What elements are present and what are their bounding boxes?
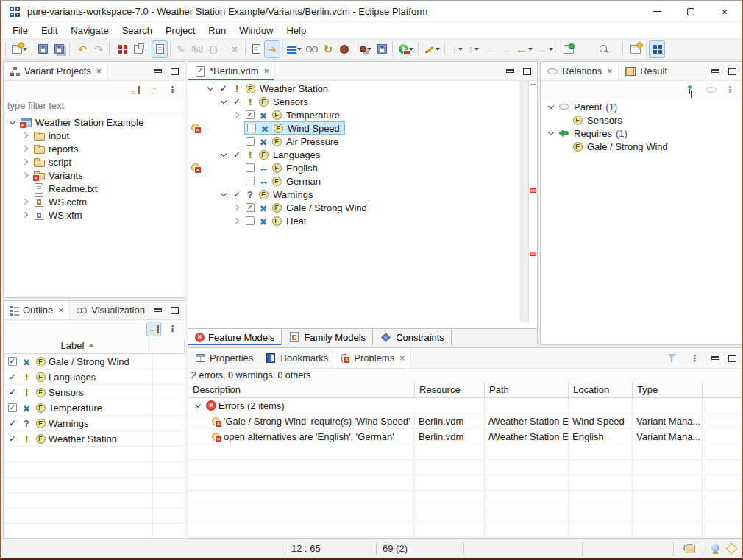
checkbox-unchecked-icon[interactable] bbox=[246, 177, 255, 185]
search-button[interactable] bbox=[596, 40, 612, 58]
feature-row[interactable]: German bbox=[188, 174, 537, 188]
run-button[interactable] bbox=[397, 40, 416, 58]
tree-item-folder[interactable]: script bbox=[4, 155, 185, 169]
feature-row[interactable]: English bbox=[188, 161, 537, 174]
edit-attributes-button[interactable]: f(a) bbox=[189, 40, 205, 58]
external-tools-button[interactable] bbox=[423, 40, 442, 58]
view-menu-icon[interactable] bbox=[688, 351, 703, 366]
expander-collapsed-icon[interactable] bbox=[231, 202, 243, 213]
edit-relations-button[interactable]: { } bbox=[205, 40, 221, 58]
edit-element-button[interactable]: ✎ bbox=[173, 40, 189, 58]
relation-filter-button[interactable] bbox=[704, 82, 719, 97]
column-description[interactable]: ⌃ Description bbox=[188, 382, 415, 398]
tree-item-folder[interactable]: input bbox=[4, 129, 185, 142]
column-header-empty[interactable] bbox=[152, 338, 185, 354]
maximize-view-icon[interactable] bbox=[171, 68, 179, 75]
chevron-down-icon[interactable] bbox=[435, 40, 441, 58]
open-perspective-button[interactable] bbox=[628, 40, 644, 58]
outline-row[interactable]: Sensors bbox=[4, 385, 185, 400]
next-edit-location-button[interactable]: → bbox=[498, 40, 514, 58]
chevron-down-icon[interactable] bbox=[458, 40, 463, 58]
expander-collapsed-icon[interactable] bbox=[20, 143, 32, 155]
visualization-button[interactable] bbox=[304, 40, 320, 58]
menu-window[interactable]: Window bbox=[232, 24, 280, 38]
sync-button[interactable] bbox=[146, 82, 161, 97]
outline-row[interactable]: Warnings bbox=[4, 416, 185, 431]
chevron-down-icon[interactable] bbox=[548, 40, 554, 58]
vertical-scrollbar[interactable] bbox=[519, 81, 528, 322]
heap-status[interactable]: 69 (2) bbox=[377, 543, 463, 554]
expander-collapsed-icon[interactable] bbox=[20, 130, 32, 141]
tab-family-models[interactable]: Family Models bbox=[282, 329, 373, 345]
relation-group-parent[interactable]: Parent (1) bbox=[541, 100, 742, 113]
feature-row[interactable]: Temperature bbox=[188, 108, 537, 121]
minimize-view-icon[interactable] bbox=[154, 308, 162, 312]
column-resource[interactable]: Resource bbox=[415, 382, 485, 398]
collapse-all-button[interactable] bbox=[127, 82, 142, 97]
view-menu-icon[interactable] bbox=[166, 322, 180, 336]
expander-collapsed-icon[interactable] bbox=[20, 169, 32, 181]
feature-row[interactable]: Sensors bbox=[188, 95, 537, 108]
tab-problems[interactable]: Problems × bbox=[334, 348, 411, 368]
expander-expanded-icon[interactable] bbox=[192, 400, 204, 411]
chevron-down-icon[interactable] bbox=[296, 40, 302, 58]
close-tab-icon[interactable]: × bbox=[96, 66, 102, 77]
delete-button[interactable]: × bbox=[227, 40, 243, 58]
menu-file[interactable]: File bbox=[6, 24, 35, 38]
expander-collapsed-icon[interactable] bbox=[231, 109, 243, 121]
menu-help[interactable]: Help bbox=[280, 24, 313, 38]
refresh-button[interactable]: ↻ bbox=[320, 40, 336, 58]
save-model-button[interactable] bbox=[374, 40, 390, 58]
tab-feature-models[interactable]: Feature Models bbox=[188, 329, 282, 345]
tree-item-file[interactable]: WS.ccfm bbox=[4, 195, 185, 208]
column-type[interactable]: Type bbox=[633, 382, 703, 398]
feature-row[interactable]: Warnings bbox=[188, 188, 537, 201]
transform-button[interactable]: ➔ bbox=[264, 40, 280, 58]
menu-edit[interactable]: Edit bbox=[35, 24, 64, 38]
feature-row[interactable]: Languages bbox=[188, 148, 537, 161]
column-path[interactable]: Path bbox=[485, 382, 569, 398]
menu-run[interactable]: Run bbox=[202, 24, 232, 38]
undo-button[interactable]: ↶ bbox=[74, 40, 90, 58]
tree-item-variants-folder[interactable]: Variants bbox=[4, 169, 185, 182]
lamp-status-icon[interactable] bbox=[711, 544, 720, 554]
outline-row[interactable]: Gale / Strong Wind bbox=[4, 354, 185, 369]
pure-variants-button[interactable] bbox=[114, 40, 130, 58]
filter-input[interactable] bbox=[4, 99, 185, 113]
problems-group-row[interactable]: Errors (2 items) bbox=[188, 398, 742, 414]
forward-button[interactable]: → bbox=[535, 40, 555, 58]
outline-row[interactable]: Weather Station bbox=[4, 431, 185, 447]
tab-outline[interactable]: Outline × bbox=[4, 301, 70, 319]
checkbox-checked-icon[interactable] bbox=[246, 110, 255, 119]
problem-row[interactable]: open alternatives are 'English', 'German… bbox=[188, 429, 742, 444]
diamond-status-icon[interactable] bbox=[726, 543, 738, 555]
checkbox-unchecked-icon[interactable] bbox=[246, 137, 255, 146]
import-button[interactable]: ↓ bbox=[449, 40, 466, 58]
expander-collapsed-icon[interactable] bbox=[20, 196, 32, 208]
link-with-editor-toggle[interactable] bbox=[146, 322, 161, 336]
tab-bookmarks[interactable]: Bookmarks bbox=[259, 348, 334, 368]
checkbox-checked-icon[interactable] bbox=[8, 357, 17, 366]
outline-row[interactable]: Temperature bbox=[4, 400, 185, 416]
checkbox-unchecked-icon[interactable] bbox=[246, 163, 255, 172]
error-marker-icon[interactable] bbox=[530, 252, 536, 256]
tree-item-folder[interactable]: reports bbox=[4, 142, 185, 155]
tab-properties[interactable]: Properties bbox=[188, 348, 259, 368]
evaluate-button[interactable] bbox=[336, 40, 352, 58]
tree-item-project[interactable]: Weather Station Example bbox=[4, 116, 185, 129]
tab-relations[interactable]: Relations × bbox=[541, 62, 619, 80]
feature-row[interactable]: Heat bbox=[188, 214, 537, 227]
expander-expanded-icon[interactable] bbox=[545, 127, 557, 139]
view-menu-icon[interactable] bbox=[723, 82, 738, 97]
last-edit-location-button[interactable]: ← bbox=[482, 40, 498, 58]
close-tab-icon[interactable]: × bbox=[607, 66, 612, 77]
expander-collapsed-icon[interactable] bbox=[231, 215, 243, 227]
expander-expanded-icon[interactable] bbox=[218, 149, 230, 160]
quickfix-marker-icon[interactable] bbox=[190, 162, 201, 173]
menu-project[interactable]: Project bbox=[159, 24, 202, 38]
chevron-down-icon[interactable] bbox=[527, 40, 533, 58]
tab-variant-projects[interactable]: Variant Projects × bbox=[4, 62, 108, 80]
minimize-view-icon[interactable] bbox=[506, 69, 514, 73]
column-extra[interactable] bbox=[703, 382, 742, 398]
maximize-view-icon[interactable] bbox=[728, 355, 736, 362]
